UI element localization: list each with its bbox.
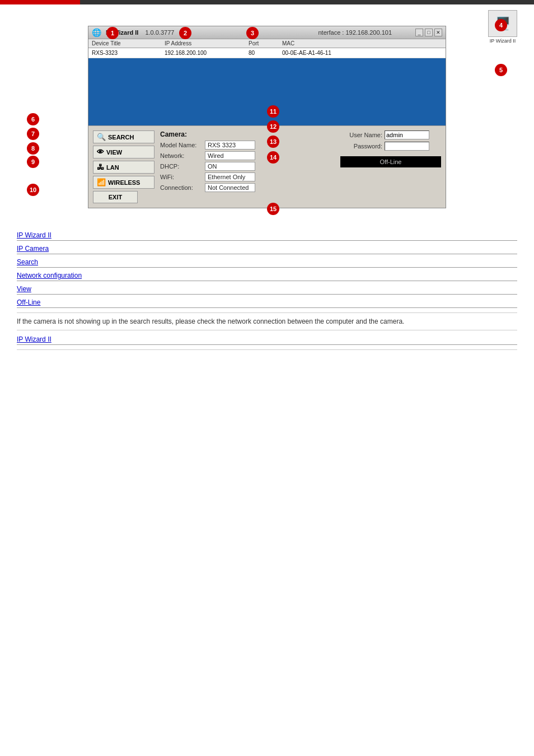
callout-13: 13 xyxy=(267,136,279,148)
wireless-button[interactable]: 📶 WIRELESS xyxy=(93,176,154,189)
view-label: VIEW xyxy=(106,149,122,156)
callout-2: 2 xyxy=(179,27,191,39)
model-label: Model Name: xyxy=(160,142,205,148)
section-line-4: Network configuration xyxy=(17,271,517,281)
window-wrapper: 🌐 IP Wizard II 1.0.0.3777 nterface : 192… xyxy=(34,26,500,208)
col-port: Port xyxy=(249,40,282,46)
text-sections: IP Wizard II IP Camera Search Network co… xyxy=(0,225,534,360)
callout-5: 5 xyxy=(495,64,507,76)
link-search[interactable]: Search xyxy=(17,258,38,266)
callout-1: 1 xyxy=(106,27,119,39)
cell-port: 80 xyxy=(249,50,282,56)
col-ip: IP Address xyxy=(165,40,249,46)
maximize-button[interactable]: □ xyxy=(425,29,433,36)
exit-button[interactable]: EXIT xyxy=(93,191,138,203)
top-bar xyxy=(0,0,534,4)
callout-7: 7 xyxy=(27,128,39,140)
view-icon: 👁 xyxy=(97,148,104,156)
divider-3 xyxy=(17,349,517,350)
section-line-1: IP Wizard II xyxy=(17,231,517,241)
link-offline[interactable]: Off-Line xyxy=(17,298,40,306)
lan-button[interactable]: 🖧 LAN xyxy=(93,161,154,174)
camera-connection-row: Connection: Not Connected xyxy=(160,183,335,192)
lan-label: LAN xyxy=(106,164,119,171)
cell-ip: 192.168.200.100 xyxy=(165,50,249,56)
link-ipcamera[interactable]: IP Camera xyxy=(17,245,49,253)
connection-label: Connection: xyxy=(160,184,205,191)
callout-4: 4 xyxy=(495,19,507,31)
window-bottom: 🔍 SEARCH 👁 VIEW 🖧 LAN 📶 xyxy=(88,125,446,208)
section-line-2: IP Camera xyxy=(17,244,517,254)
network-value: Wired xyxy=(205,151,255,160)
dhcp-value: ON xyxy=(205,162,255,171)
callout-15: 15 xyxy=(267,203,279,215)
device-row[interactable]: RXS-3323 192.168.200.100 80 00-0E-AE-A1-… xyxy=(88,48,446,58)
username-input[interactable] xyxy=(385,130,429,139)
divider-1 xyxy=(17,312,517,313)
link-view[interactable]: View xyxy=(17,285,31,293)
password-input[interactable] xyxy=(385,142,429,151)
close-button[interactable]: ✕ xyxy=(434,29,442,36)
ipwizard-icon: 🌐 xyxy=(92,28,101,37)
auth-panel: User Name: Password: Off-Line xyxy=(340,130,441,203)
minimize-button[interactable]: _ xyxy=(415,29,423,36)
link-ipwizard-2[interactable]: IP Wizard II xyxy=(17,335,51,343)
action-buttons: 🔍 SEARCH 👁 VIEW 🖧 LAN 📶 xyxy=(93,130,154,203)
link-network-config[interactable]: Network configuration xyxy=(17,272,82,279)
screenshot-container: 🌐 IP Wizard II 1.0.0.3777 nterface : 192… xyxy=(34,26,500,208)
callout-8: 8 xyxy=(27,142,39,155)
window-version: 1.0.0.3777 xyxy=(145,29,174,36)
connection-value: Not Connected xyxy=(205,183,255,192)
camera-panel: Camera: Model Name: RXS 3323 Network: Wi… xyxy=(160,130,335,203)
callout-3: 3 xyxy=(246,27,259,39)
column-headers: Device Title IP Address Port MAC xyxy=(88,39,446,48)
lan-icon: 🖧 xyxy=(97,163,104,171)
password-row: Password: xyxy=(340,142,441,151)
wireless-icon: 📶 xyxy=(97,178,106,186)
callout-10: 10 xyxy=(27,184,39,196)
callout-11: 11 xyxy=(267,105,279,118)
username-label: User Name: xyxy=(340,132,382,138)
view-button[interactable]: 👁 VIEW xyxy=(93,146,154,158)
device-list-area[interactable] xyxy=(88,58,446,125)
camera-title: Camera: xyxy=(160,130,335,138)
bottom-text-1: If the camera is not showing up in the s… xyxy=(17,318,517,325)
callout-9: 9 xyxy=(27,156,39,168)
link-ipwizard[interactable]: IP Wizard II xyxy=(17,231,51,239)
window-interface: nterface : 192.168.200.101 xyxy=(318,29,392,36)
password-label: Password: xyxy=(340,143,382,150)
username-row: User Name: xyxy=(340,130,441,139)
cell-mac: 00-0E-AE-A1-46-11 xyxy=(282,50,442,56)
callout-14: 14 xyxy=(267,151,279,164)
section-line-3: Search xyxy=(17,258,517,268)
ipwizard-window: 🌐 IP Wizard II 1.0.0.3777 nterface : 192… xyxy=(88,26,446,208)
search-label: SEARCH xyxy=(108,134,134,141)
divider-2 xyxy=(17,330,517,330)
header-area: 🖥️ IP Wizard II 🌐 IP Wizard II 1.0.0.377… xyxy=(0,4,534,225)
exit-label: EXIT xyxy=(109,194,122,200)
network-label: Network: xyxy=(160,152,205,159)
search-icon: 🔍 xyxy=(97,133,106,141)
section-line-6: Off-Line xyxy=(17,298,517,308)
model-value: RXS 3323 xyxy=(205,141,255,150)
cell-device: RXS-3323 xyxy=(92,50,165,56)
wifi-label: WiFi: xyxy=(160,174,205,180)
camera-wifi-row: WiFi: Ethernet Only xyxy=(160,172,335,181)
status-text: Off-Line xyxy=(380,158,402,165)
search-button[interactable]: 🔍 SEARCH xyxy=(93,130,154,143)
wifi-value: Ethernet Only xyxy=(205,172,255,181)
camera-model-row: Model Name: RXS 3323 xyxy=(160,141,335,150)
section-line-5: View xyxy=(17,284,517,295)
title-bar-buttons: _ □ ✕ xyxy=(415,29,442,36)
col-device: Device Title xyxy=(92,40,165,46)
wireless-label: WIRELESS xyxy=(108,179,140,186)
callout-6: 6 xyxy=(27,113,39,125)
status-box: Off-Line xyxy=(340,156,441,167)
col-mac: MAC xyxy=(282,40,442,46)
dhcp-label: DHCP: xyxy=(160,163,205,170)
camera-dhcp-row: DHCP: ON xyxy=(160,162,335,171)
callout-12: 12 xyxy=(267,120,279,133)
camera-network-row: Network: Wired xyxy=(160,151,335,160)
section-line-7: IP Wizard II xyxy=(17,335,517,345)
title-bar: 🌐 IP Wizard II 1.0.0.3777 nterface : 192… xyxy=(88,26,446,39)
